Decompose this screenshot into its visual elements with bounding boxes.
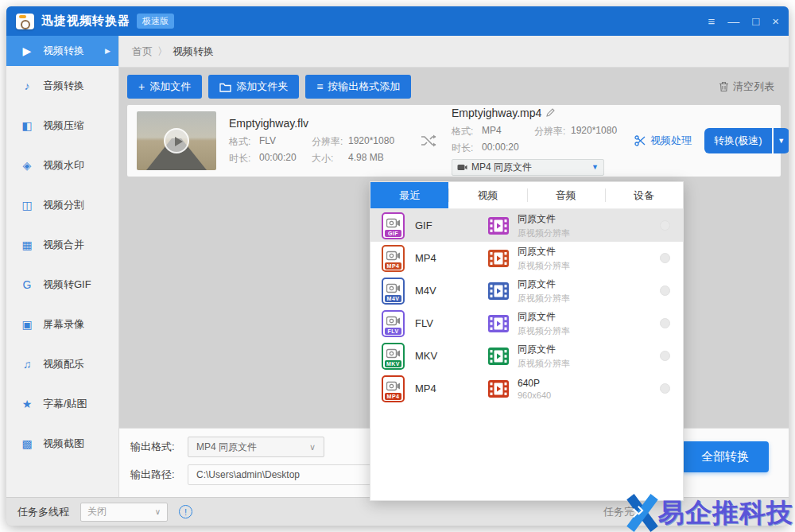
source-resolution-value: 1920*1080 — [348, 135, 394, 149]
convert-all-button[interactable]: 全部转换 — [681, 441, 769, 472]
sidebar-item-video-compress[interactable]: ◧ 视频压缩 ▶ — [6, 106, 118, 146]
convert-fast-button[interactable]: 转换(极速) ▼ — [704, 128, 789, 153]
sidebar-nav: ▶ 视频转换 ▶ ♪ 音频转换 ▶ ◧ 视频压缩 ▶ ◈ 视频水印 ▶ ◫ 视频… — [6, 36, 119, 497]
output-format-dropdown[interactable]: MP4 同原文件 ▼ — [452, 159, 604, 176]
multithread-label: 任务多线程 — [17, 505, 69, 519]
format-row-title: 同原文件 — [518, 343, 570, 356]
file-type-badge: M4V — [385, 295, 401, 302]
source-duration-value: 00:00:20 — [259, 152, 312, 165]
output-format-dropdown-value: MP4 同原文件 — [471, 161, 532, 174]
menu-icon[interactable]: ≡ — [708, 15, 715, 27]
sidebar-item-label: 视频压缩 — [43, 118, 84, 133]
radio-icon[interactable] — [660, 285, 670, 296]
sidebar-item-icon: ♪ — [19, 80, 35, 92]
sidebar-item-icon: ♫ — [19, 358, 35, 371]
sidebar-item-label: 视频转GIF — [43, 278, 91, 292]
edit-pencil-icon[interactable] — [546, 108, 555, 117]
file-type-badge: MP4 — [385, 262, 401, 270]
format-row-subtitle: 原视频分辨率 — [518, 358, 570, 370]
add-by-format-button[interactable]: ≡ 按输出格式添加 — [305, 75, 411, 99]
task-complete-label: 任务完 — [603, 505, 634, 519]
plus-icon: + — [138, 80, 145, 93]
source-resolution-label: 分辨率: — [312, 135, 348, 149]
format-tab[interactable]: 设备 — [605, 182, 683, 208]
format-tab[interactable]: 最近 — [370, 182, 448, 208]
info-icon[interactable]: ! — [179, 505, 192, 518]
sidebar-item-screen-record[interactable]: ▣ 屏幕录像 ▶ — [6, 305, 118, 344]
sidebar-item-icon: G — [19, 278, 35, 291]
sidebar-item-video-merge[interactable]: ▦ 视频合并 ▶ — [6, 225, 118, 265]
format-row[interactable]: MP4 MP4 同原文件 原视频分辨率 — [370, 242, 683, 274]
format-row-title: 同原文件 — [518, 212, 570, 226]
format-row-title: 同原文件 — [518, 310, 570, 324]
breadcrumb-current: 视频转换 — [173, 45, 214, 59]
chevron-down-icon: ▼ — [591, 163, 599, 171]
radio-icon[interactable] — [660, 383, 670, 394]
video-thumbnail[interactable] — [137, 111, 216, 170]
format-row-title: 640P — [518, 378, 551, 389]
maximize-icon[interactable]: □ — [752, 15, 759, 27]
file-type-icon: MP4 — [382, 245, 405, 272]
edition-badge: 极速版 — [137, 14, 174, 29]
file-type-icon: M4V — [382, 278, 405, 305]
sidebar-item-video-to-gif[interactable]: G 视频转GIF ▶ — [6, 265, 118, 305]
camera-icon — [457, 164, 467, 171]
source-file-name: Emptyighway.flv — [229, 117, 405, 130]
add-folder-button[interactable]: 添加文件夹 — [208, 75, 299, 99]
format-tab[interactable]: 音频 — [527, 182, 605, 208]
format-row[interactable]: GIF GIF 同原文件 原视频分辨率 — [370, 209, 683, 242]
sidebar-item-video-music[interactable]: ♫ 视频配乐 ▶ — [6, 344, 118, 384]
file-type-icon: GIF — [382, 212, 405, 239]
sidebar-item-icon: ◈ — [19, 159, 35, 172]
file-type-icon: FLV — [382, 310, 405, 337]
sidebar-item-video-screenshot[interactable]: ▩ 视频截图 ▶ — [6, 424, 118, 464]
format-row-title: 同原文件 — [518, 245, 570, 258]
radio-icon[interactable] — [660, 318, 670, 328]
format-tab[interactable]: 视频 — [448, 182, 526, 208]
format-name: M4V — [415, 285, 488, 297]
sidebar-item-icon: ▩ — [19, 437, 35, 450]
convert-dropdown-arrow[interactable]: ▼ — [774, 128, 789, 153]
radio-icon[interactable] — [660, 351, 670, 361]
close-icon[interactable]: × — [772, 15, 779, 27]
sidebar-item-video-watermark[interactable]: ◈ 视频水印 ▶ — [6, 146, 118, 185]
film-strip-icon — [488, 217, 509, 235]
video-process-button[interactable]: 视频处理 — [634, 134, 692, 148]
clear-list-button[interactable]: 清空列表 — [719, 80, 781, 94]
sidebar-item-video-convert[interactable]: ▶ 视频转换 ▶ — [6, 36, 118, 66]
sidebar-item-audio-convert[interactable]: ♪ 音频转换 ▶ — [6, 66, 118, 106]
sidebar-item-label: 视频合并 — [43, 238, 84, 252]
sidebar-item-icon: ◫ — [19, 199, 35, 212]
title-bar: 迅捷视频转换器 极速版 ≡ — □ × — [6, 6, 789, 36]
target-file-name: Emptyighway.mp4 — [452, 107, 541, 119]
multithread-select[interactable]: 关闭 ∨ — [80, 503, 168, 522]
sidebar-item-label: 视频配乐 — [43, 357, 84, 371]
radio-icon[interactable] — [660, 253, 670, 263]
format-row[interactable]: MKV MKV 同原文件 原视频分辨率 — [370, 340, 683, 372]
sidebar-item-subtitle-sticker[interactable]: ★ 字幕/贴图 ▶ — [6, 384, 118, 424]
format-panel-rows: GIF GIF 同原文件 原视频分辨率 MP4 MP4 同原文件 — [370, 209, 683, 405]
breadcrumb-home[interactable]: 首页 — [132, 45, 153, 59]
sidebar-item-label: 字幕/贴图 — [43, 397, 87, 411]
app-logo-icon — [16, 14, 34, 29]
sidebar-item-icon: ▣ — [19, 318, 35, 331]
status-bar: 任务多线程 关闭 ∨ ! 任务完 — [6, 497, 789, 526]
format-row[interactable]: FLV FLV 同原文件 原视频分辨率 — [370, 307, 683, 340]
output-format-select[interactable]: MP4 同原文件 ∨ — [188, 437, 324, 457]
format-row[interactable]: MP4 MP4 640P 960x640 — [370, 372, 683, 405]
chevron-right-icon: ▶ — [105, 47, 111, 55]
source-duration-label: 时长: — [229, 152, 259, 165]
sidebar-item-label: 屏幕录像 — [43, 317, 84, 332]
target-resolution-label: 分辨率: — [534, 125, 571, 138]
sidebar-item-video-split[interactable]: ◫ 视频分割 ▶ — [6, 185, 118, 225]
format-row[interactable]: M4V M4V 同原文件 原视频分辨率 — [370, 274, 683, 307]
radio-icon[interactable] — [660, 220, 670, 231]
sidebar-item-icon: ▶ — [19, 45, 35, 57]
source-format-label: 格式: — [229, 135, 259, 149]
add-file-button[interactable]: + 添加文件 — [127, 75, 202, 99]
scissors-icon — [634, 135, 646, 146]
format-name: MP4 — [415, 382, 488, 394]
minimize-icon[interactable]: — — [727, 15, 739, 27]
play-icon[interactable] — [164, 128, 189, 153]
file-type-badge: GIF — [385, 230, 401, 237]
